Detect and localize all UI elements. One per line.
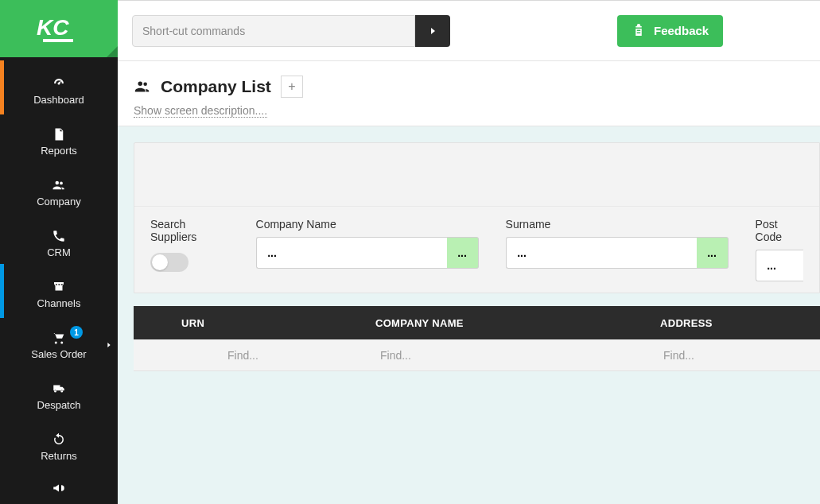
nav-label: Company (37, 196, 81, 207)
topbar: Feedback (118, 1, 820, 61)
urn-filter-input[interactable] (227, 349, 375, 362)
shortcut-go-button[interactable] (415, 15, 450, 47)
col-address-header[interactable]: ADDRESS (660, 317, 820, 329)
filter-label: Post Code (756, 218, 803, 243)
filter-operator-button[interactable]: ... (756, 250, 787, 281)
sidebar-item-crm[interactable]: CRM (0, 218, 118, 269)
chevron-right-icon (105, 341, 113, 349)
sidebar-item-company[interactable]: Company (0, 167, 118, 218)
filter-search-suppliers: Search Suppliers (150, 218, 229, 281)
users-icon (134, 78, 151, 95)
page-title: Company List (161, 77, 271, 96)
nav-label: Reports (41, 145, 77, 157)
col-urn-header[interactable]: URN (181, 317, 375, 329)
shortcut-command (132, 15, 450, 47)
filter-label: Search Suppliers (150, 218, 229, 243)
users-icon (52, 178, 66, 192)
sidebar-item-dashboard[interactable]: Dashboard (0, 65, 118, 116)
company-name-input[interactable] (288, 237, 447, 269)
feedback-button[interactable]: Feedback (617, 15, 723, 47)
filter-surname: Surname ... ... (506, 218, 729, 281)
megaphone-icon (52, 481, 66, 495)
table-filter-row (134, 339, 820, 371)
chevron-right-icon (428, 26, 437, 36)
phone-icon (52, 229, 66, 243)
logo[interactable]: KC (0, 0, 118, 57)
filter-operator-button[interactable]: ... (256, 237, 288, 269)
col-company-header[interactable]: COMPANY NAME (375, 317, 660, 329)
badge: 1 (70, 326, 83, 339)
sidebar-item-sales-order[interactable]: 1 Sales Order (0, 320, 118, 370)
description-link[interactable]: Show screen description.... (134, 104, 267, 118)
filter-label: Surname (506, 218, 729, 231)
postcode-input[interactable] (787, 250, 803, 281)
filter-lookup-button[interactable]: ... (447, 237, 479, 269)
svg-rect-1 (43, 39, 73, 42)
page-header: Company List + Show screen description..… (118, 61, 820, 126)
company-table: URN COMPANY NAME ADDRESS (134, 306, 820, 371)
document-icon (52, 127, 66, 142)
toggle-knob (152, 254, 168, 270)
cart-icon (52, 331, 66, 345)
main: Feedback Company List + Show screen desc… (118, 0, 820, 504)
nav-label: Sales Order (31, 348, 86, 360)
returns-icon (52, 432, 66, 447)
svg-text:KC: KC (37, 15, 69, 40)
search-suppliers-toggle[interactable] (150, 253, 188, 272)
truck-icon (52, 382, 66, 396)
shortcut-input[interactable] (132, 15, 415, 47)
content: Search Suppliers Company Name ... ... (118, 126, 820, 504)
kc-logo-icon: KC (33, 13, 85, 45)
feedback-icon (632, 24, 646, 38)
sidebar: KC Dashboard Reports (0, 0, 118, 504)
table-header: URN COMPANY NAME ADDRESS (134, 306, 820, 339)
gauge-icon (52, 76, 66, 91)
nav-label: Despatch (37, 399, 81, 411)
sidebar-item-returns[interactable]: Returns (0, 421, 118, 472)
store-icon (52, 280, 66, 294)
sidebar-nav: Dashboard Reports Company CRM (0, 57, 118, 504)
sidebar-item-reports[interactable]: Reports (0, 116, 118, 167)
filter-operator-button[interactable]: ... (506, 237, 538, 269)
panel-top-spacer (134, 143, 819, 207)
sidebar-item-despatch[interactable]: Despatch (0, 370, 118, 421)
add-button[interactable]: + (281, 76, 303, 98)
filter-company-name: Company Name ... ... (256, 218, 479, 281)
nav-label: Returns (41, 450, 77, 462)
feedback-label: Feedback (654, 24, 709, 37)
filter-postcode: Post Code ... (756, 218, 803, 281)
sidebar-item-more[interactable] (0, 472, 118, 504)
address-filter-input[interactable] (663, 349, 820, 362)
nav-label: Dashboard (33, 94, 84, 106)
company-filter-input[interactable] (380, 349, 660, 362)
filter-label: Company Name (256, 218, 479, 231)
filter-lookup-button[interactable]: ... (697, 237, 729, 269)
surname-input[interactable] (538, 237, 697, 269)
filter-panel: Search Suppliers Company Name ... ... (134, 142, 820, 293)
sidebar-item-channels[interactable]: Channels (0, 269, 118, 320)
nav-label: CRM (47, 246, 71, 258)
nav-label: Channels (37, 297, 81, 309)
